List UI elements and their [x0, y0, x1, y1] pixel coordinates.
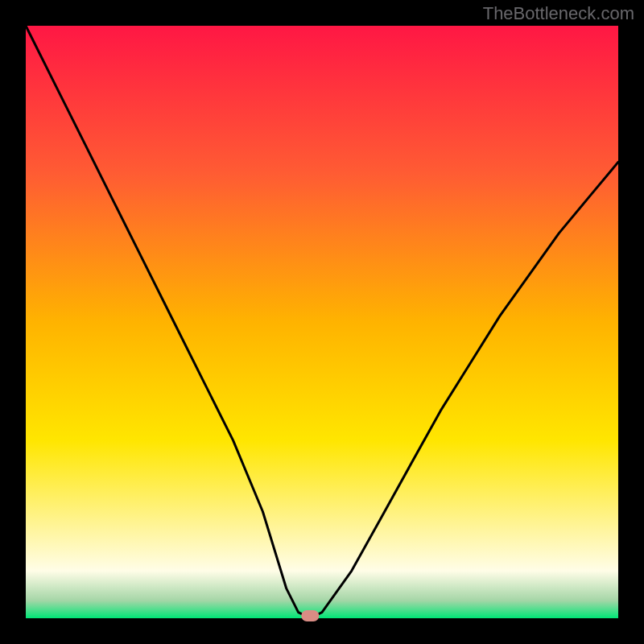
- chart-svg: [0, 0, 644, 644]
- watermark-text: TheBottleneck.com: [483, 3, 634, 24]
- chart-root: TheBottleneck.com: [0, 0, 644, 644]
- plot-area: [26, 26, 618, 618]
- optimum-marker: [301, 610, 319, 621]
